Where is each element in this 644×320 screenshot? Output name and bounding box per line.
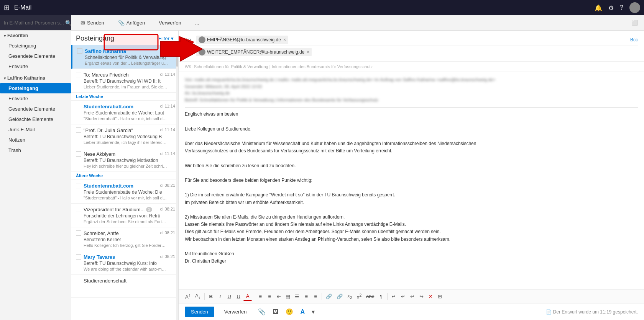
- format-align-right[interactable]: ≡: [311, 292, 320, 300]
- list-item[interactable]: di 11:14 Nese Akbiyem Betreff: TU Brauns…: [71, 148, 178, 172]
- recipient-chip-2[interactable]: WEITERE_EMPFÄNGER@tu-braunschweig.de ×: [196, 48, 312, 56]
- format-unlink[interactable]: 🔗: [335, 292, 345, 300]
- format-options-icon[interactable]: A: [299, 307, 306, 317]
- format-table[interactable]: ⊞: [435, 292, 444, 300]
- format-indent-decrease[interactable]: ↵: [399, 292, 407, 300]
- format-indent-left[interactable]: ⇤: [274, 292, 283, 300]
- format-underline[interactable]: U: [225, 292, 233, 300]
- sidebar-item-gesendete-fav[interactable]: Gesendete Elemente: [0, 51, 71, 61]
- format-superscript[interactable]: x2: [355, 292, 364, 301]
- list-item[interactable]: di 11:14 Studentenrabatt.com Freie Stude…: [71, 101, 178, 124]
- email-checkbox[interactable]: [76, 151, 81, 157]
- format-indent-increase[interactable]: ↵: [389, 292, 398, 300]
- more-button[interactable]: ...: [192, 18, 202, 27]
- email-checkbox[interactable]: [76, 127, 81, 133]
- format-paragraph[interactable]: ¶: [377, 292, 385, 300]
- format-bold[interactable]: B: [207, 292, 215, 300]
- format-clear[interactable]: ✕: [426, 292, 435, 300]
- attach-paperclip-icon[interactable]: 📎: [256, 307, 267, 317]
- format-align-left[interactable]: ☰: [293, 292, 301, 300]
- send-button-main[interactable]: Senden: [185, 307, 214, 317]
- scrollbar-thumb[interactable]: [176, 51, 178, 67]
- sidebar-item-entwerfe[interactable]: Entwürfe: [0, 93, 71, 104]
- format-redo[interactable]: ↪: [417, 292, 426, 300]
- format-bullets[interactable]: ≡: [256, 292, 264, 300]
- sidebar-item-notizen[interactable]: Notizen: [0, 135, 71, 145]
- format-font-down[interactable]: A↓: [193, 292, 202, 301]
- search-input[interactable]: [4, 20, 65, 26]
- filter-button[interactable]: Filter ▾: [158, 36, 174, 41]
- bell-icon[interactable]: 🔔: [595, 4, 602, 11]
- email-checkbox[interactable]: [76, 72, 81, 77]
- emoji-icon[interactable]: 🙂: [284, 307, 295, 317]
- email-checkbox[interactable]: [76, 278, 81, 283]
- format-link[interactable]: 🔗: [324, 292, 334, 300]
- discard-button-main[interactable]: Verwerfen: [218, 307, 253, 317]
- more-options-icon[interactable]: ▾: [310, 307, 316, 317]
- list-item[interactable]: di 08:21 Schreiber, Antfe Benutzerin Kel…: [71, 227, 178, 251]
- account-section: ▾ Laffino Katharina Posteingang Entwürfe…: [0, 73, 71, 155]
- email-checkbox[interactable]: [76, 104, 81, 109]
- email-checkbox[interactable]: [76, 254, 81, 260]
- email-checkbox[interactable]: [76, 230, 81, 236]
- bcc-button[interactable]: Bcc: [630, 37, 638, 42]
- sidebar-item-entwerfe-fav[interactable]: Entwürfe: [0, 61, 71, 72]
- account-header[interactable]: ▾ Laffino Katharina: [0, 73, 71, 83]
- avatar[interactable]: [629, 2, 640, 13]
- favorites-header[interactable]: ▾ Favoriten: [0, 31, 71, 41]
- email-date: di 11:14: [160, 104, 175, 108]
- sidebar-item-geloscht[interactable]: Gelöschte Elemente: [0, 114, 71, 124]
- compose-body[interactable]: Von: malte.alt.meguanlicha.bs.braunschwe…: [179, 72, 644, 289]
- help-icon[interactable]: ?: [620, 4, 623, 11]
- discard-button[interactable]: Verwerfen: [156, 18, 184, 27]
- format-italic[interactable]: I: [216, 292, 224, 300]
- send-button[interactable]: ✉ Senden: [77, 18, 107, 28]
- sidebar-item-posteingang-fav[interactable]: Posteingang: [0, 41, 71, 51]
- email-preview: Hey ich schreibe hier zu gleicher Zeit s…: [84, 164, 168, 168]
- image-icon[interactable]: 🖼: [271, 307, 280, 317]
- format-undo[interactable]: ↩: [408, 292, 416, 300]
- format-strikeout[interactable]: abc: [364, 292, 376, 300]
- email-sender: Studentenrabatt.com: [84, 104, 133, 109]
- email-date: di 08:21: [160, 207, 175, 211]
- list-item[interactable]: di 08:21 Studentenrabatt.com Freie Stude…: [71, 180, 178, 204]
- format-font-up[interactable]: A↑: [183, 292, 192, 301]
- expand-button[interactable]: ⬜: [632, 20, 638, 26]
- format-align-center[interactable]: ≡: [302, 292, 310, 300]
- email-preview: Ergänzt der Schreiben: Sie nimmt als For…: [84, 219, 168, 224]
- list-item[interactable]: di 13:14 To: Marcus Friedrich Betreff: T…: [71, 69, 178, 93]
- favorites-section: ▾ Favoriten Posteingang Gesendete Elemen…: [0, 31, 71, 72]
- format-font-color[interactable]: A: [243, 292, 252, 301]
- list-item[interactable]: di 11:14 "Prof. Dr. Julia Garcia" Betref…: [71, 124, 178, 148]
- sidebar-item-trash[interactable]: Trash: [0, 145, 71, 155]
- email-list-scroll[interactable]: Saffino Katharina Schnellaktionen für Po…: [71, 45, 178, 320]
- format-numbering[interactable]: ≡: [265, 292, 274, 300]
- list-item[interactable]: di 08:21 Mary Tavares Betreff: TU Brauns…: [71, 251, 178, 275]
- sidebar-item-posteingang[interactable]: Posteingang: [0, 83, 71, 93]
- email-subject: Betreff: TU Braunschweig Kurs: Info: [84, 261, 168, 266]
- sidebar-item-gesendete[interactable]: Gesendete Elemente: [0, 104, 71, 114]
- email-preview: "Studentenrabatt" - Hallo vor mir, ich s…: [84, 116, 168, 121]
- send-icon: ✉: [80, 20, 85, 26]
- remove-recipient-2[interactable]: ×: [307, 49, 309, 55]
- email-sender: Vizepräsident für Studium...: [84, 207, 145, 212]
- format-strikethrough[interactable]: U: [234, 292, 243, 300]
- grid-icon[interactable]: ⊞: [4, 3, 10, 12]
- list-item[interactable]: Saffino Katharina Schnellaktionen für Po…: [71, 45, 178, 69]
- to-label: An: [185, 37, 196, 42]
- recipient-chip-1[interactable]: EMPFÄNGER@tu-braunschweig.de ×: [196, 36, 288, 44]
- list-item[interactable]: di 08:21 Vizepräsident für Studium... 3 …: [71, 204, 178, 227]
- format-subscript[interactable]: x2: [345, 292, 354, 301]
- gear-icon[interactable]: ⚙: [608, 4, 614, 11]
- format-align-block[interactable]: ▤: [284, 292, 292, 300]
- toolbar-sep-4: [387, 293, 388, 300]
- email-checkbox[interactable]: [76, 207, 81, 212]
- remove-recipient-1[interactable]: ×: [283, 37, 286, 42]
- email-checkbox[interactable]: [76, 183, 81, 188]
- sidebar-item-junk[interactable]: Junk-E-Mail: [0, 124, 71, 135]
- subject-text: WK: Schnellaktionen für Politik & Verwal…: [185, 64, 373, 69]
- email-checkbox[interactable]: [77, 48, 82, 54]
- compose-header: An EMPFÄNGER@tu-braunschweig.de × Bcc Cc…: [179, 31, 644, 62]
- list-item[interactable]: Studierendenschaft: [71, 275, 178, 298]
- attach-button[interactable]: 📎 Anfügen: [115, 18, 148, 28]
